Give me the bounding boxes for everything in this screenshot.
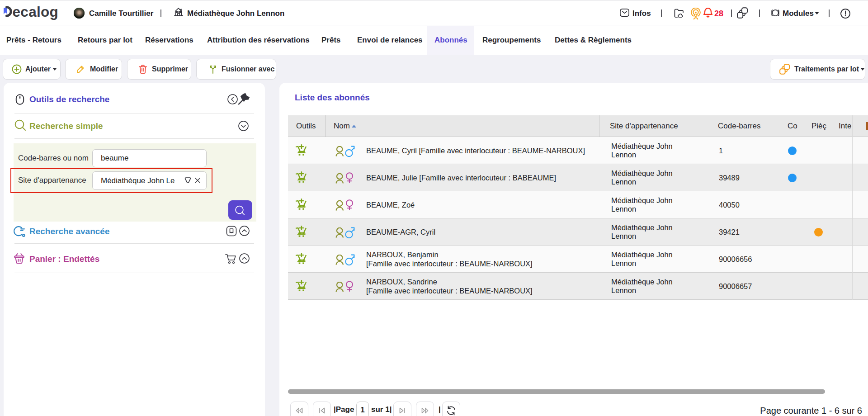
svg-text:ecalog: ecalog	[13, 4, 59, 20]
